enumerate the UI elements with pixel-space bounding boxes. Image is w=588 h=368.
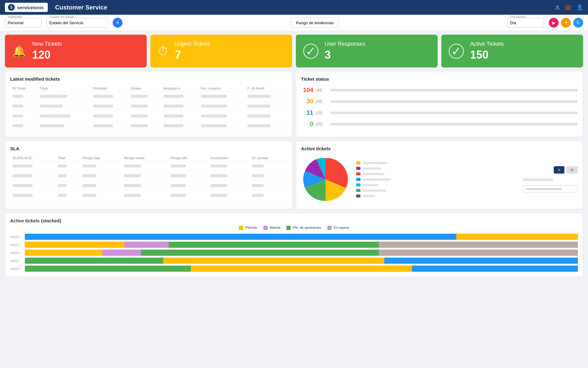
refresh-button[interactable]: ↻ <box>573 18 583 28</box>
bar-seg-purple-3 <box>102 250 141 256</box>
bar-seg-yellow-5 <box>191 266 412 272</box>
sla-row <box>10 181 287 191</box>
legend-color-6 <box>356 189 360 192</box>
kpi-active-tickets: ✓ Active Tickets 150 <box>441 35 583 67</box>
stacked-row-4 <box>10 258 578 264</box>
col-priority: Prioridad <box>91 85 128 92</box>
status-bar-fill-2 <box>330 100 417 103</box>
pie-area: ≡ ⊞ ────────────── <box>301 155 578 204</box>
play-button[interactable]: ▶ <box>549 18 559 28</box>
active-tickets-chart-title: Active tickets <box>301 146 578 151</box>
legend-line <box>363 195 375 197</box>
legend-text-3 <box>363 173 517 175</box>
main-content: 🔔 New Tickets 120 ⏱ Urgent Tickets 7 ✓ U… <box>0 31 588 281</box>
legend-item-2 <box>356 167 517 170</box>
kpi-new-tickets-value: 120 <box>32 48 62 61</box>
kpi-user-responses-text: User Responses 3 <box>325 41 365 61</box>
legend-line <box>363 178 390 181</box>
bell-icon: 🔔 <box>12 45 26 58</box>
bar-seg-green-2 <box>169 242 379 248</box>
legend-item-7 <box>356 194 517 197</box>
dashboard-select[interactable]: Estado del Servicio <box>47 18 108 28</box>
sla-col-name: SLA/OLA/UC <box>10 155 55 161</box>
pie-right-controls: ≡ ⊞ ────────────── <box>523 166 578 193</box>
latest-tickets-card: Latest modified tickets ID Ticket Título… <box>5 71 292 137</box>
sla-col-high: Riesgo alto <box>168 155 208 161</box>
legend-sq-espera <box>327 226 332 230</box>
filter-button[interactable]: ▼ <box>561 18 571 28</box>
legend-peticion: Petición <box>239 226 257 230</box>
legend-item-6 <box>356 189 517 192</box>
pie-dropdown-container: ────────────── <box>523 185 578 193</box>
kpi-row: 🔔 New Tickets 120 ⏱ Urgent Tickets 7 ✓ U… <box>5 35 583 67</box>
legend-item-4 <box>356 178 517 181</box>
status-count-2: (20) <box>316 99 328 104</box>
visibility-label: Visibilidad <box>7 15 22 19</box>
bar-seg-blue-5 <box>412 266 578 272</box>
ticket-status-items: 104 (30) 30 (20) 11 (15) <box>301 86 578 128</box>
bar-seg-green-4 <box>25 258 163 264</box>
alert-icon[interactable]: ⚠ <box>555 4 560 11</box>
pie-dropdown-select[interactable]: ────────────── <box>523 185 578 193</box>
table-row <box>10 92 287 102</box>
legend-text-4 <box>363 178 517 181</box>
grid-view-button[interactable]: ⊞ <box>566 166 578 174</box>
stacked-legend: Petición Abierta Pte. de aprobación En e… <box>10 226 578 230</box>
status-val-1: 104 <box>301 86 313 94</box>
legend-item-1 <box>356 161 517 164</box>
kpi-urgent-tickets-value: 7 <box>175 48 210 61</box>
sla-col-stop: En parada <box>250 155 287 161</box>
frequency-label: Frecuencia <box>510 15 526 19</box>
latest-tickets-table: ID Ticket Título Prioridad Estado Asigna… <box>10 85 287 131</box>
kpi-urgent-tickets: ⏱ Urgent Tickets 7 <box>150 35 292 67</box>
bar-seg-yellow-3 <box>25 250 102 256</box>
briefcase-icon[interactable]: 💼 <box>565 4 571 11</box>
sla-col-fail: Incumplidos <box>208 155 250 161</box>
legend-item-3 <box>356 172 517 175</box>
status-bar-fill-1 <box>330 89 491 91</box>
sla-row <box>10 191 287 201</box>
logo-icon: S <box>8 4 15 11</box>
status-val-4: 0 <box>301 121 313 128</box>
user-icon[interactable]: 👤 <box>576 4 583 11</box>
bar-1 <box>25 234 578 240</box>
legend-item-5 <box>356 183 517 186</box>
legend-text-5 <box>363 184 517 186</box>
frequency-group: Frecuencia Día <box>507 18 544 28</box>
dashboard-group: Cuadro de mando Estado del Servicio <box>47 18 108 28</box>
legend-color-5 <box>356 183 360 186</box>
legend-text-6 <box>363 190 517 192</box>
sla-row <box>10 171 287 181</box>
legend-espera: En espera <box>327 226 349 230</box>
status-row-2: 30 (20) <box>301 98 578 105</box>
view-toggle-buttons: ≡ ⊞ <box>523 166 578 174</box>
kpi-user-responses-value: 3 <box>325 48 365 61</box>
kpi-urgent-tickets-text: Urgent Tickets 7 <box>175 41 210 61</box>
status-row-3: 11 (15) <box>301 109 578 116</box>
kpi-user-responses: ✓ User Responses 3 <box>296 35 438 67</box>
toolbar: Visibilidad Personal Cuadro de mando Est… <box>0 15 588 31</box>
logo[interactable]: S servicetonic <box>5 3 48 12</box>
checkmark-icon: ✓ <box>303 44 318 59</box>
kpi-active-tickets-text: Active Tickets 150 <box>470 41 504 61</box>
frequency-select[interactable]: Día <box>507 18 544 28</box>
pie-right-label-area <box>523 178 578 183</box>
dashboard-grid-row1: Latest modified tickets ID Ticket Título… <box>5 71 583 137</box>
dashboard-menu-button[interactable]: ≡ <box>113 18 123 28</box>
sla-title: SLA <box>10 146 287 151</box>
legend-sq-peticion <box>239 226 243 230</box>
bar-seg-green-3 <box>141 250 379 256</box>
trend-range-button[interactable]: Rango de tendencias <box>291 18 339 28</box>
sla-table: SLA/OLA/UC Total Riesgo bajo Riesgo medi… <box>10 155 287 201</box>
legend-sq-abierta <box>263 226 268 230</box>
table-row <box>10 121 287 131</box>
visibility-select[interactable]: Personal <box>5 18 42 28</box>
stacked-label-5 <box>10 266 22 271</box>
stacked-row-5 <box>10 266 578 272</box>
list-view-button[interactable]: ≡ <box>554 166 564 174</box>
status-bar-bg-4 <box>330 123 578 125</box>
stacked-title: Active tickets (stacked) <box>10 218 578 223</box>
sla-col-med: Riesgo medio <box>122 155 168 161</box>
legend-sq-pte <box>286 226 291 230</box>
legend-color-2 <box>356 167 360 170</box>
